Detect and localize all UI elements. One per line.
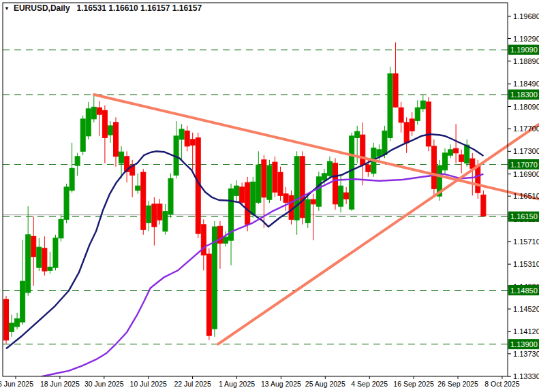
bullish-candle-body [267,165,272,199]
bullish-candle-body [64,187,69,220]
y-axis-label: 1.18890 [513,57,539,65]
price-level-tag: 1.17070 [508,159,539,169]
bearish-candle-body [278,172,283,195]
bearish-candle-body [410,119,414,131]
bullish-candle-body [48,267,52,270]
bearish-candle-body [399,108,403,122]
bearish-candle-body [42,248,47,271]
bearish-candle-body [481,195,486,216]
y-axis-label: 1.14120 [513,327,539,336]
bullish-candle-body [20,281,25,322]
bearish-candle-body [114,122,119,157]
bearish-candle-body [476,165,480,193]
x-axis-date-label: 13 Aug 2025 [261,380,301,388]
x-axis-date-label: 22 Jul 2025 [174,380,211,388]
x-axis-date-label: 10 Jul 2025 [130,380,167,388]
bullish-candle-body [10,323,14,332]
bearish-candle-body [426,102,431,146]
bullish-candle-body [136,186,140,191]
ohlc-values: 1.16531 1.16610 1.16157 1.16157 [77,3,202,13]
bullish-candle-body [420,101,425,109]
bullish-candle-body [75,157,80,165]
bearish-candle-body [31,236,36,257]
bearish-candle-body [97,108,102,114]
price-tag-value: 1.14850 [510,287,538,295]
bullish-candle-body [86,109,91,136]
y-axis-label: 1.15710 [513,238,539,246]
bearish-candle-body [431,146,436,189]
bullish-candle-body [147,206,151,223]
bearish-candle-body [404,122,409,143]
bearish-candle-body [157,204,162,220]
x-axis-date-label: 1 Aug 2025 [219,380,255,388]
x-axis-date-label: 30 Jun 2025 [84,380,124,388]
price-chart-area[interactable]: 1.196801.192901.188901.184901.180901.177… [0,0,539,392]
x-axis-date-label: 4 Sep 2025 [351,380,388,388]
y-axis-label: 1.17300 [513,147,539,155]
bearish-candle-body [262,160,266,197]
bullish-candle-body [355,131,360,137]
bullish-candle-body [15,318,20,327]
bullish-candle-body [251,182,256,214]
x-axis-date-label: 8 Oct 2025 [484,380,520,388]
x-axis-date-label: 6 Jun 2025 [0,380,33,388]
x-axis-date-label: 25 Aug 2025 [305,380,345,388]
candlestick-series [4,42,486,344]
chart-title: ▼ EURUSD,Daily 1.16531 1.16610 1.16157 1… [4,3,202,13]
bearish-candle-body [190,140,195,145]
y-axis-label: 1.18090 [513,103,539,111]
ma-slow-purple-line [28,174,483,384]
x-axis-date-label: 26 Sep 2025 [437,380,478,388]
bullish-candle-body [26,235,31,293]
bearish-candle-body [152,204,157,227]
bullish-candle-body [119,152,124,163]
y-axis-label: 1.16510 [513,192,539,200]
bullish-candle-body [465,145,469,163]
bearish-candle-body [102,110,107,137]
symbol-timeframe-label: EURUSD,Daily [14,3,70,13]
bearish-candle-body [459,154,464,161]
price-tag-value: 1.18300 [510,91,538,99]
bullish-candle-body [53,238,58,267]
x-axis-date-label: 18 Jun 2025 [40,380,80,388]
bearish-candle-body [289,195,294,219]
bullish-candle-body [388,74,392,137]
bullish-candle-body [256,165,261,202]
bullish-candle-body [37,247,42,267]
bearish-candle-body [240,187,245,203]
bearish-candle-body [283,194,288,203]
bearish-candle-body [454,148,459,153]
bullish-candle-body [224,237,228,243]
y-axis-label: 1.14520 [513,305,539,313]
price-level-tag: 1.13900 [508,339,539,349]
bearish-candle-body [185,131,189,146]
y-axis-label: 1.15310 [513,260,539,268]
y-axis-label: 1.13730 [513,350,539,358]
y-axis-label: 1.19290 [513,35,539,43]
x-axis-date-label: 16 Sep 2025 [393,380,434,388]
bearish-candle-body [141,172,146,229]
bullish-candle-body [377,150,382,157]
bearish-candle-body [344,193,349,199]
bullish-candle-body [108,126,112,135]
bullish-candle-body [305,199,310,223]
bullish-candle-body [163,212,168,231]
y-axis-label: 1.17700 [513,125,539,133]
bullish-candle-body [316,177,321,206]
bullish-candle-body [168,178,173,214]
bearish-candle-body [300,157,305,218]
bearish-candle-body [360,135,365,165]
price-tag-value: 1.16150 [510,212,538,220]
bullish-candle-body [80,119,85,152]
bullish-candle-body [327,161,332,176]
y-axis: 1.196801.192901.188901.184901.180901.177… [508,12,539,380]
chart-window: ▼ EURUSD,Daily 1.16531 1.16610 1.16157 1… [0,0,539,392]
bullish-candle-body [350,136,354,209]
bullish-candle-body [339,186,343,206]
symbol-dropdown-icon[interactable]: ▼ [4,6,10,12]
bullish-candle-body [294,157,299,220]
price-tag-value: 1.13900 [510,340,538,348]
price-tag-value: 1.17070 [510,161,538,169]
bearish-candle-body [273,162,277,192]
price-level-tag: 1.18300 [508,90,539,100]
